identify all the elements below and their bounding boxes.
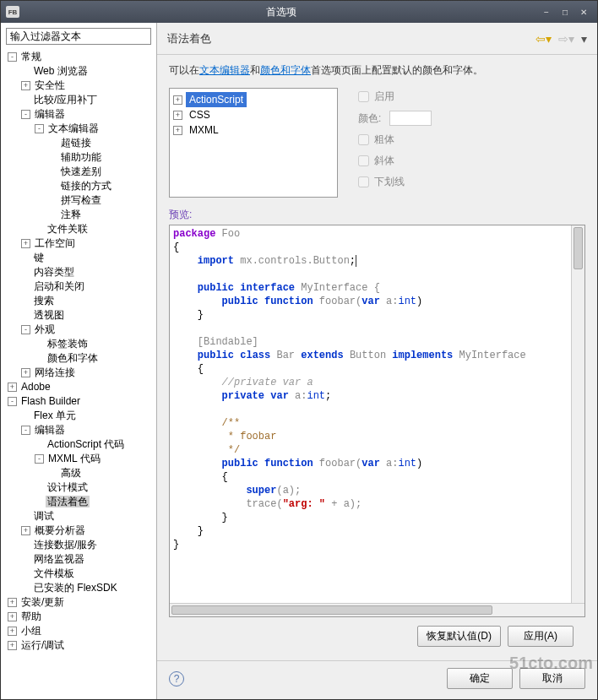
tree-item[interactable]: 超链接 [3, 136, 156, 150]
tree-toggle-icon[interactable]: + [8, 598, 17, 607]
tree-toggle-icon[interactable]: - [21, 110, 30, 119]
tree-item[interactable]: Web 浏览器 [3, 64, 156, 79]
nav-back-icon[interactable]: ⇦▾ [535, 32, 552, 46]
tree-label[interactable]: 网络监视器 [32, 553, 86, 565]
tree-toggle-icon[interactable]: - [35, 124, 44, 133]
syntax-element-list[interactable]: +ActionScript+CSS+MXML [169, 88, 338, 198]
tree-item[interactable]: -常规 [3, 50, 156, 64]
syntax-category-label[interactable]: CSS [186, 107, 214, 122]
close-button[interactable]: ✕ [575, 6, 592, 18]
tree-toggle-icon[interactable]: - [35, 454, 44, 464]
tree-label[interactable]: 启动和关闭 [32, 280, 86, 292]
syntax-category[interactable]: +CSS [173, 107, 334, 122]
tree-label[interactable]: 编辑器 [33, 108, 67, 120]
tree-label[interactable]: 设计模式 [46, 481, 90, 493]
tree-toggle-icon[interactable]: + [21, 368, 30, 377]
tree-label[interactable]: Web 浏览器 [32, 65, 90, 77]
tree-label[interactable]: 快速差别 [59, 166, 103, 177]
tree-item[interactable]: +运行/调试 [3, 638, 156, 653]
link-colors-fonts[interactable]: 颜色和字体 [260, 64, 311, 76]
tree-label[interactable]: 链接的方式 [59, 180, 113, 192]
syntax-category-label[interactable]: MXML [186, 122, 222, 138]
tree-toggle-icon[interactable]: + [21, 526, 30, 535]
tree-label[interactable]: 概要分析器 [33, 524, 87, 536]
tree-item[interactable]: 比较/应用补丁 [3, 93, 156, 107]
tree-item[interactable]: 内容类型 [3, 265, 156, 279]
tree-label[interactable]: 安装/更新 [19, 596, 66, 608]
tree-toggle-icon[interactable]: - [21, 325, 30, 334]
nav-menu-icon[interactable]: ▾ [581, 32, 587, 46]
filter-input[interactable] [6, 28, 151, 45]
vertical-scrollbar[interactable] [571, 225, 584, 603]
tree-label[interactable]: 安全性 [33, 79, 67, 91]
tree-item[interactable]: -文本编辑器 [3, 122, 156, 136]
help-icon[interactable]: ? [169, 671, 184, 686]
tree-toggle-icon[interactable]: + [8, 627, 17, 636]
tree-item[interactable]: 搜索 [3, 294, 156, 308]
tree-label[interactable]: 工作空间 [33, 237, 77, 249]
tree-label[interactable]: 超链接 [59, 137, 93, 149]
tree-label[interactable]: 搜索 [32, 295, 56, 307]
underline-checkbox[interactable]: 下划线 [358, 175, 432, 189]
tree-item[interactable]: 启动和关闭 [3, 279, 156, 294]
tree-label[interactable]: 常规 [19, 51, 43, 62]
tree-item[interactable]: +工作空间 [3, 236, 156, 251]
tree-label[interactable]: Flash Builder [19, 395, 82, 407]
minimize-button[interactable]: − [538, 6, 555, 18]
tree-item[interactable]: 调试 [3, 509, 156, 524]
tree-label[interactable]: 文件关联 [46, 223, 90, 235]
tree-label[interactable]: 帮助 [19, 610, 43, 622]
tree-item[interactable]: 文件关联 [3, 222, 156, 236]
cancel-button[interactable]: 取消 [519, 668, 585, 689]
tree-label[interactable]: 拼写检查 [59, 194, 103, 206]
tree-item[interactable]: 键 [3, 251, 156, 265]
tree-label[interactable]: 键 [32, 252, 46, 263]
tree-item[interactable]: 高级 [3, 466, 156, 480]
tree-item[interactable]: 链接的方式 [3, 179, 156, 193]
tree-toggle-icon[interactable]: + [21, 239, 30, 248]
tree-item[interactable]: +小组 [3, 624, 156, 638]
tree-label[interactable]: 语法着色 [46, 496, 90, 507]
tree-item[interactable]: 颜色和字体 [3, 351, 156, 366]
tree-toggle-icon[interactable]: + [8, 383, 17, 392]
tree-item[interactable]: 已安装的 FlexSDK [3, 581, 156, 595]
tree-item[interactable]: 标签装饰 [3, 337, 156, 351]
tree-item[interactable]: 辅助功能 [3, 150, 156, 165]
tree-label[interactable]: 辅助功能 [59, 151, 103, 163]
expand-icon[interactable]: + [173, 111, 182, 120]
preferences-tree[interactable]: -常规Web 浏览器+安全性比较/应用补丁-编辑器-文本编辑器超链接辅助功能快速… [1, 50, 156, 699]
tree-item[interactable]: Flex 单元 [3, 409, 156, 423]
syntax-category[interactable]: +MXML [173, 122, 334, 138]
tree-item[interactable]: 透视图 [3, 308, 156, 323]
ok-button[interactable]: 确定 [447, 668, 513, 689]
tree-item[interactable]: 文件模板 [3, 567, 156, 581]
maximize-button[interactable]: □ [557, 6, 574, 18]
tree-label[interactable]: 内容类型 [32, 266, 76, 278]
tree-toggle-icon[interactable]: + [8, 641, 17, 650]
tree-label[interactable]: 透视图 [32, 309, 66, 321]
tree-item[interactable]: 拼写检查 [3, 193, 156, 208]
tree-label[interactable]: 标签装饰 [46, 338, 90, 350]
restore-defaults-button[interactable]: 恢复默认值(D) [417, 626, 501, 647]
tree-item[interactable]: -MXML 代码 [3, 452, 156, 466]
tree-item[interactable]: 设计模式 [3, 480, 156, 495]
tree-label[interactable]: 小组 [19, 625, 43, 637]
titlebar[interactable]: FB 首选项 − □ ✕ [1, 1, 597, 23]
tree-label[interactable]: 颜色和字体 [46, 352, 100, 364]
tree-item[interactable]: +网络连接 [3, 366, 156, 380]
tree-item[interactable]: -外观 [3, 323, 156, 337]
tree-item[interactable]: ActionScript 代码 [3, 437, 156, 452]
tree-item[interactable]: 连接数据/服务 [3, 538, 156, 552]
preview-box[interactable]: package Foo { import mx.controls.Button;… [169, 225, 585, 617]
tree-toggle-icon[interactable]: + [8, 612, 17, 621]
tree-label[interactable]: 连接数据/服务 [32, 539, 99, 551]
tree-toggle-icon[interactable]: - [21, 426, 30, 435]
tree-item[interactable]: +安装/更新 [3, 595, 156, 610]
expand-icon[interactable]: + [173, 95, 182, 105]
tree-item[interactable]: -Flash Builder [3, 394, 156, 409]
scroll-thumb[interactable] [171, 605, 492, 615]
tree-item[interactable]: +Adobe [3, 380, 156, 394]
tree-label[interactable]: 注释 [59, 209, 83, 220]
tree-item[interactable]: 快速差别 [3, 165, 156, 179]
tree-toggle-icon[interactable]: + [21, 81, 30, 90]
